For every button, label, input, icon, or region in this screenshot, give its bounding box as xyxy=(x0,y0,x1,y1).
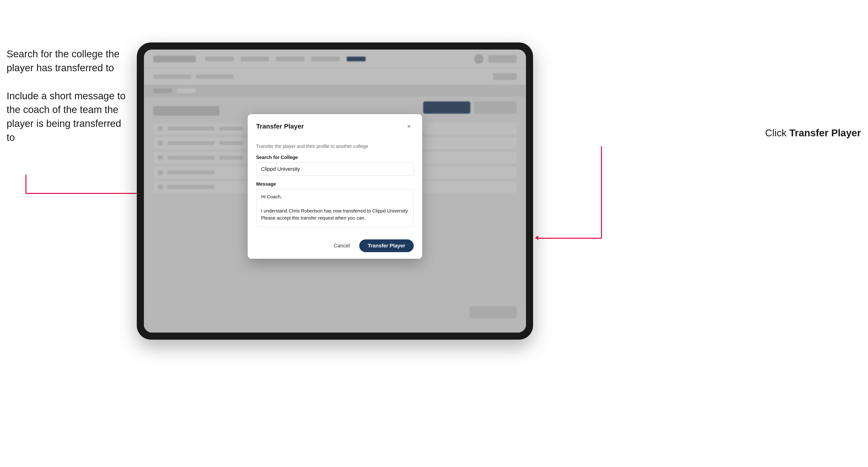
modal-subtitle: Transfer the player and their profile to… xyxy=(256,144,414,149)
cancel-button[interactable]: Cancel xyxy=(329,240,354,252)
annotation-right: Click Transfer Player xyxy=(765,127,861,139)
annotation-text-1: Search for the college the player has tr… xyxy=(7,47,129,75)
modal-footer: Cancel Transfer Player xyxy=(248,235,422,259)
annotation-right-prefix: Click xyxy=(765,127,789,138)
transfer-player-button[interactable]: Transfer Player xyxy=(359,239,414,252)
message-textarea[interactable]: Hi Coach, I understand Chris Robertson h… xyxy=(256,189,414,227)
search-college-label: Search for College xyxy=(256,155,414,160)
modal-title: Transfer Player xyxy=(256,123,304,130)
message-label: Message xyxy=(256,181,414,187)
modal-close-button[interactable]: × xyxy=(404,122,414,131)
modal-overlay: Transfer Player × Transfer the player an… xyxy=(144,50,526,333)
modal-header: Transfer Player × xyxy=(248,114,422,137)
ipad-screen: Transfer Player × Transfer the player an… xyxy=(144,50,526,333)
modal-body: Transfer the player and their profile to… xyxy=(248,137,422,235)
annotation-left: Search for the college the player has tr… xyxy=(7,47,129,159)
annotation-right-bold: Transfer Player xyxy=(789,127,861,138)
annotation-text-2: Include a short message to the coach of … xyxy=(7,89,129,145)
svg-marker-7 xyxy=(536,236,538,241)
modal-dialog: Transfer Player × Transfer the player an… xyxy=(248,114,422,259)
search-college-input[interactable] xyxy=(256,162,414,176)
ipad-device: Transfer Player × Transfer the player an… xyxy=(137,42,533,340)
